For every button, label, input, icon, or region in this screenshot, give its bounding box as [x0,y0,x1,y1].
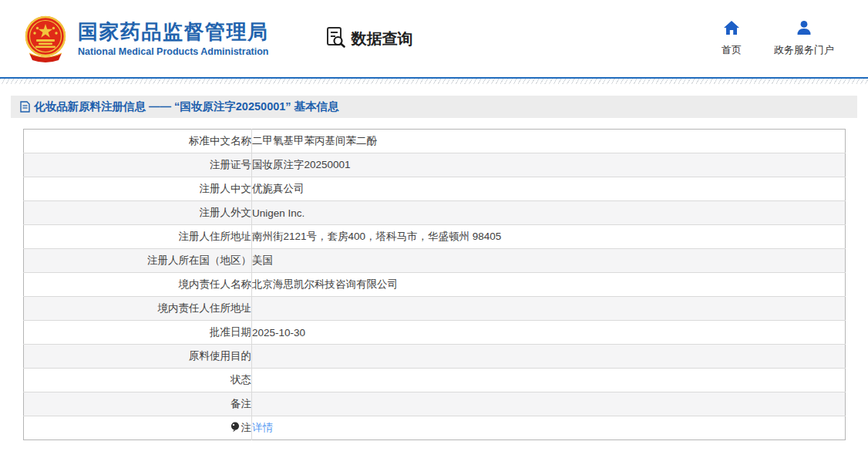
row-value: 美国 [252,249,846,273]
portal-link[interactable]: 政务服务门户 [774,20,834,57]
home-label: 首页 [722,43,742,57]
table-row: 注详情 [24,416,846,440]
row-value [252,345,846,369]
row-label: 注 [24,416,252,440]
portal-label: 政务服务门户 [774,43,834,57]
row-value: 国妆原注字20250001 [252,153,846,177]
row-label: 注册证号 [24,153,252,177]
table-row: 注册人所在国（地区）美国 [24,249,846,273]
row-label: 原料使用目的 [24,345,252,369]
national-emblem-logo [23,15,68,62]
table-row: 批准日期2025-10-30 [24,321,846,345]
home-icon [723,20,740,39]
row-label: 注册人住所地址 [24,225,252,249]
header-links: 首页 政务服务门户 [722,20,834,57]
registration-info-table: 标准中文名称二甲氧基甲苯丙基间苯二酚注册证号国妆原注字20250001注册人中文… [23,129,846,440]
table-row: 原料使用目的 [24,345,846,369]
table-row: 备注 [24,392,846,416]
hatch-texture [0,79,868,84]
detail-link[interactable]: 详情 [252,422,273,433]
table-row: 标准中文名称二甲氧基甲苯丙基间苯二酚 [24,130,846,153]
page: 国家药品监督管理局 National Medical Products Admi… [0,0,868,458]
row-value: 北京海思凯尔科技咨询有限公司 [252,273,846,297]
data-query-label: 数据查询 [352,29,413,49]
main-content: 化妆品新原料注册信息 —— “国妆原注字20250001” 基本信息 标准中文名… [11,96,857,440]
row-label: 境内责任人住所地址 [24,297,252,321]
balloon-note-icon [230,422,240,433]
section-title-bar: 化妆品新原料注册信息 —— “国妆原注字20250001” 基本信息 [11,96,857,118]
row-value: 优旎真公司 [252,177,846,201]
brand: 国家药品监督管理局 National Medical Products Admi… [23,15,269,62]
user-icon [796,20,812,39]
row-value: Unigen Inc. [252,201,846,225]
home-link[interactable]: 首页 [722,20,742,57]
table-row: 境内责任人名称北京海思凯尔科技咨询有限公司 [24,273,846,297]
document-icon [20,101,30,113]
table-row: 境内责任人住所地址 [24,297,846,321]
site-title: 国家药品监督管理局 [78,20,269,44]
table-row: 注册人外文Unigen Inc. [24,201,846,225]
row-value [252,369,846,392]
table-row: 状态 [24,369,846,392]
section-title: 化妆品新原料注册信息 —— “国妆原注字20250001” 基本信息 [34,99,339,114]
table-row: 注册人中文优旎真公司 [24,177,846,201]
document-search-icon [325,25,348,52]
row-value [252,297,846,321]
data-query-nav[interactable]: 数据查询 [325,25,413,52]
site-subtitle: National Medical Products Administration [78,46,269,57]
row-value: 南州街2121号，套房400，塔科马市，华盛顿州 98405 [252,225,846,249]
table-row: 注册证号国妆原注字20250001 [24,153,846,177]
row-label: 注册人外文 [24,201,252,225]
row-value: 2025-10-30 [252,321,846,345]
row-label: 注册人中文 [24,177,252,201]
row-value: 二甲氧基甲苯丙基间苯二酚 [252,130,846,153]
site-header: 国家药品监督管理局 National Medical Products Admi… [0,0,868,77]
row-label: 境内责任人名称 [24,273,252,297]
row-label: 备注 [24,392,252,416]
row-label: 标准中文名称 [24,130,252,153]
row-value [252,392,846,416]
row-label: 状态 [24,369,252,392]
brand-text: 国家药品监督管理局 National Medical Products Admi… [78,20,269,56]
row-value: 详情 [252,416,846,440]
table-row: 注册人住所地址南州街2121号，套房400，塔科马市，华盛顿州 98405 [24,225,846,249]
row-label: 注册人所在国（地区） [24,249,252,273]
row-label: 批准日期 [24,321,252,345]
